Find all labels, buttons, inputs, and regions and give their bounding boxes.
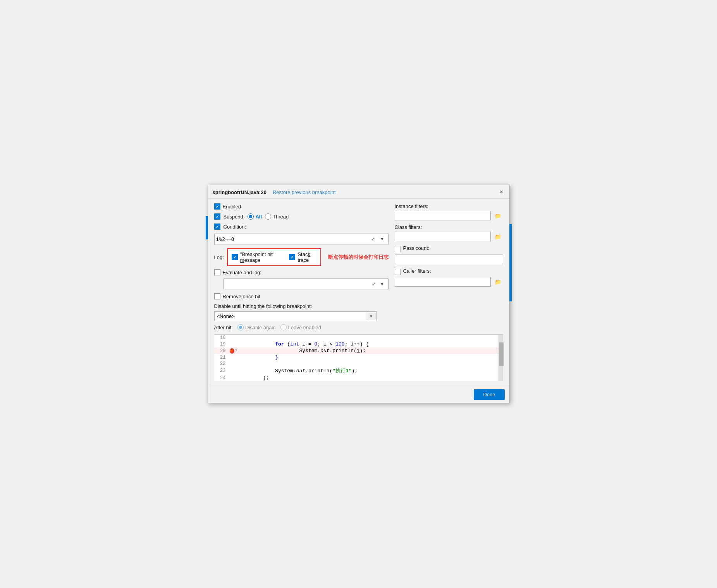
pass-count-label: Pass count: bbox=[403, 245, 430, 251]
code-content-21: } bbox=[237, 354, 499, 360]
line-num-18: 18 bbox=[214, 335, 230, 340]
pass-count-input[interactable] bbox=[397, 256, 501, 263]
stack-trace-text: Stack trace bbox=[297, 251, 316, 263]
breakpoint-hit-checkbox[interactable] bbox=[232, 254, 238, 260]
line-num-20: 20 bbox=[214, 348, 230, 354]
caller-filters-folder-icon[interactable]: 📁 bbox=[493, 278, 503, 286]
annotation-text: 断点停顿的时候会打印日志 bbox=[328, 254, 389, 261]
caller-filters-checkbox[interactable] bbox=[395, 269, 401, 275]
title-bar-left: springbootrUN.java:20 Restore previous b… bbox=[213, 189, 336, 195]
class-filters-row: 📁 bbox=[395, 232, 503, 241]
code-line-23: 23 System.out.println("执行1"); bbox=[214, 367, 499, 375]
code-content-24: }; bbox=[237, 375, 499, 381]
breakpoint-dialog: springbootrUN.java:20 Restore previous b… bbox=[208, 185, 510, 403]
line-num-21: 21 bbox=[214, 355, 230, 360]
line-num-23: 23 bbox=[214, 368, 230, 373]
suspend-checkbox[interactable] bbox=[214, 213, 220, 220]
code-scroll-wrap: 18 19 for (int i = 0; i < 100; i++) { 2 bbox=[214, 335, 503, 381]
disable-again-radio[interactable] bbox=[237, 324, 244, 330]
condition-input[interactable] bbox=[216, 236, 369, 242]
evaluate-label[interactable]: Evaluate and log: bbox=[214, 269, 261, 275]
line-num-24: 24 bbox=[214, 375, 230, 381]
condition-input-container: ⤢ ▼ bbox=[214, 234, 389, 244]
remove-once-hit-row: Remove once hit bbox=[214, 293, 389, 299]
line-num-22: 22 bbox=[214, 361, 230, 366]
remove-once-hit-label[interactable]: Remove once hit bbox=[214, 293, 261, 299]
log-label: Log: bbox=[214, 254, 224, 260]
instance-filters-folder-icon[interactable]: 📁 bbox=[493, 211, 503, 220]
done-button[interactable]: Done bbox=[474, 389, 504, 400]
after-hit-row: After hit: Disable again Leave enabled bbox=[214, 324, 389, 330]
code-line-24: 24 }; bbox=[214, 375, 499, 381]
title-bar: springbootrUN.java:20 Restore previous b… bbox=[208, 185, 509, 199]
main-layout: Enabled Suspend: All Thread bbox=[214, 203, 503, 330]
code-scrollbar[interactable] bbox=[499, 335, 503, 381]
code-content-19: for (int i = 0; i < 100; i++) { bbox=[237, 341, 499, 347]
log-row: Log: "Breakpoint hit" message Stack trac… bbox=[214, 248, 389, 266]
eval-expand-icon[interactable]: ⤢ bbox=[370, 280, 378, 288]
class-filters-input-wrap bbox=[395, 232, 491, 241]
remove-once-hit-checkbox[interactable] bbox=[214, 293, 220, 299]
disable-until-dropdown[interactable]: ▼ bbox=[214, 311, 377, 321]
restore-breakpoint-link[interactable]: Restore previous breakpoint bbox=[273, 189, 336, 195]
close-button[interactable]: × bbox=[497, 187, 506, 197]
enabled-text: Enabled bbox=[223, 204, 241, 210]
disable-until-row: Disable until hitting the following brea… bbox=[214, 303, 389, 309]
condition-checkbox[interactable] bbox=[214, 224, 220, 230]
after-hit-label: After hit: bbox=[214, 325, 233, 330]
suspend-label: Suspend: bbox=[224, 214, 245, 220]
expand-icon[interactable]: ⤢ bbox=[369, 235, 377, 243]
stack-trace-checkbox[interactable] bbox=[289, 254, 295, 260]
pass-count-input-wrap bbox=[395, 254, 503, 264]
all-radio-label[interactable]: All bbox=[248, 213, 262, 220]
leave-enabled-label[interactable]: Leave enabled bbox=[280, 324, 321, 330]
evaluate-checkbox[interactable] bbox=[214, 269, 220, 275]
stack-trace-label[interactable]: Stack trace bbox=[289, 251, 316, 263]
all-label: All bbox=[255, 214, 262, 220]
leave-enabled-radio[interactable] bbox=[280, 324, 287, 330]
disable-until-arrow[interactable]: ▼ bbox=[366, 313, 377, 320]
caller-filters-section: Caller filters: 📁 bbox=[395, 268, 503, 287]
instance-filters-label: Instance filters: bbox=[395, 203, 503, 209]
pass-count-checkbox[interactable] bbox=[395, 246, 401, 252]
condition-icons: ⤢ ▼ bbox=[369, 235, 387, 243]
dropdown-icon[interactable]: ▼ bbox=[378, 235, 387, 243]
thread-radio[interactable] bbox=[265, 213, 271, 220]
thread-radio-label[interactable]: Thread bbox=[265, 213, 289, 220]
code-content-20: System.out.println(i); bbox=[237, 348, 499, 354]
caller-filters-row: Caller filters: bbox=[395, 268, 503, 275]
enabled-label[interactable]: Enabled bbox=[214, 203, 241, 210]
caller-filters-input[interactable] bbox=[397, 278, 489, 285]
thread-label: Thread bbox=[273, 214, 289, 220]
code-area: 18 19 for (int i = 0; i < 100; i++) { 2 bbox=[214, 334, 503, 381]
disable-again-text: Disable again bbox=[245, 325, 276, 330]
evaluate-input-row: ⤢ ▼ bbox=[214, 279, 389, 289]
code-lines-wrap: 18 19 for (int i = 0; i < 100; i++) { 2 bbox=[214, 335, 499, 381]
caller-filters-input-row: 📁 bbox=[395, 277, 503, 287]
caller-filters-input-wrap bbox=[395, 277, 491, 287]
all-radio[interactable] bbox=[248, 213, 254, 220]
disable-until-input[interactable] bbox=[215, 312, 366, 321]
code-scrollbar-thumb[interactable] bbox=[499, 342, 504, 366]
gutter-20: 🍎? bbox=[230, 348, 237, 354]
instance-filters-input-wrap bbox=[395, 211, 491, 220]
condition-row: Condition: bbox=[214, 224, 389, 230]
right-column: Instance filters: 📁 Class filters: bbox=[395, 203, 503, 330]
instance-filters-input[interactable] bbox=[397, 212, 489, 219]
disable-again-label[interactable]: Disable again bbox=[237, 324, 276, 330]
class-filters-folder-icon[interactable]: 📁 bbox=[493, 232, 503, 241]
caller-filters-label: Caller filters: bbox=[403, 268, 431, 274]
condition-input-row: ⤢ ▼ bbox=[214, 234, 389, 244]
disable-until-dropdown-row: ▼ bbox=[214, 311, 389, 321]
dialog-content: Enabled Suspend: All Thread bbox=[208, 199, 509, 386]
enabled-checkbox[interactable] bbox=[214, 203, 220, 210]
class-filters-label: Class filters: bbox=[395, 224, 503, 230]
condition-label: Condition: bbox=[224, 224, 246, 230]
right-sidebar-indicator bbox=[509, 224, 512, 301]
breakpoint-hit-label[interactable]: "Breakpoint hit" message bbox=[232, 251, 284, 263]
eval-dropdown-icon[interactable]: ▼ bbox=[378, 280, 387, 288]
pass-count-row: Pass count: bbox=[395, 245, 503, 253]
code-line-19: 19 for (int i = 0; i < 100; i++) { bbox=[214, 341, 499, 347]
evaluate-input[interactable] bbox=[225, 281, 370, 287]
class-filters-input[interactable] bbox=[397, 233, 489, 240]
